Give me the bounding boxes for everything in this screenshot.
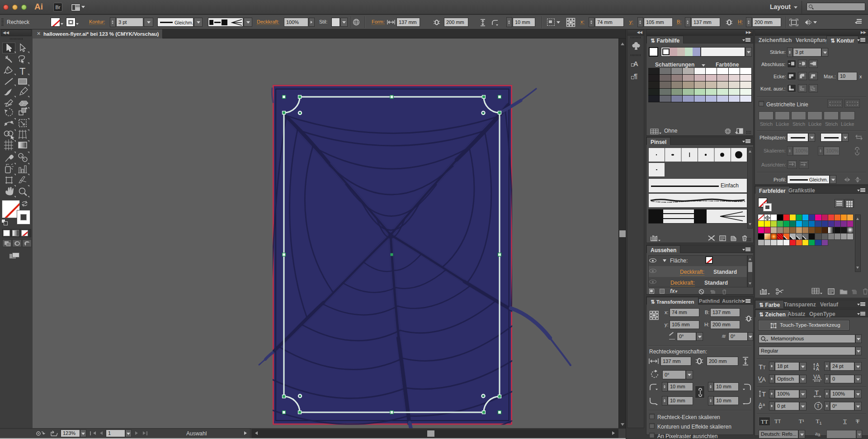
svg-text:A: A bbox=[762, 376, 766, 383]
svg-text:T: T bbox=[762, 390, 766, 398]
svg-text:A: A bbox=[817, 374, 821, 380]
svg-text:T: T bbox=[815, 389, 819, 396]
svg-text:A: A bbox=[816, 367, 819, 371]
svg-text:A: A bbox=[759, 402, 762, 408]
svg-text:T: T bbox=[759, 363, 763, 371]
svg-text:a: a bbox=[763, 402, 765, 407]
svg-text:T: T bbox=[763, 365, 766, 370]
svg-text:T: T bbox=[817, 404, 820, 409]
svg-text:T: T bbox=[772, 324, 775, 328]
svg-text:V: V bbox=[813, 374, 817, 380]
svg-text:T: T bbox=[19, 66, 25, 77]
